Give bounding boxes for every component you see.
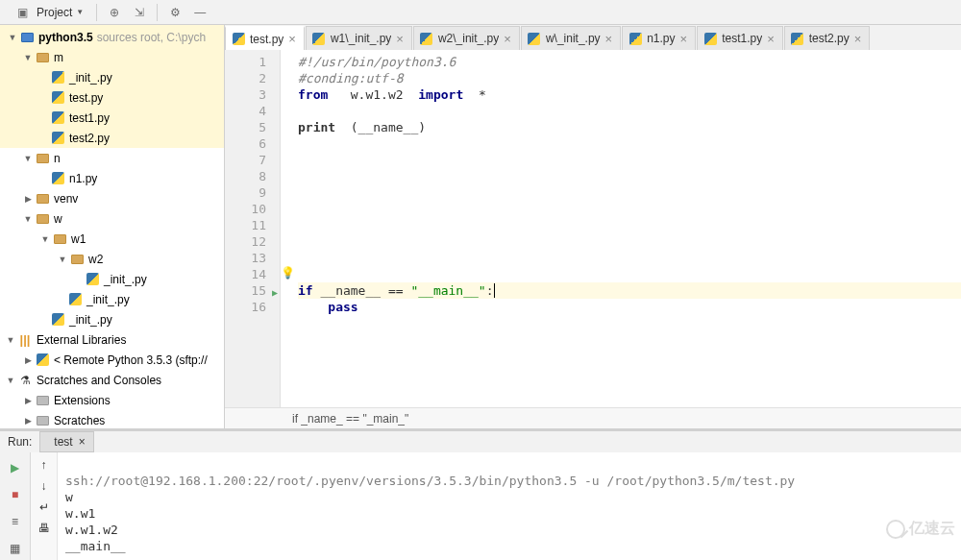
code-line: #!/usr/bin/poython3.6	[298, 55, 456, 69]
tab-test1[interactable]: test1.py×	[697, 26, 783, 50]
tree-file-test[interactable]: test.py	[0, 87, 224, 108]
code-kw: from	[298, 87, 328, 102]
tree-file-n1[interactable]: n1.py	[0, 168, 224, 188]
expand-icon[interactable]: ▶	[21, 355, 35, 365]
scratches-icon: ⚗	[17, 373, 33, 388]
close-icon[interactable]: ×	[767, 32, 775, 46]
console-line: w	[65, 490, 73, 504]
tree-file-test1[interactable]: test1.py	[0, 108, 224, 128]
tab-label: n1.py	[647, 32, 675, 45]
tab-n1[interactable]: n1.py×	[622, 26, 696, 50]
expand-icon[interactable]: ▶	[21, 416, 35, 426]
run-tab[interactable]: test ×	[39, 431, 93, 452]
close-icon[interactable]: ×	[79, 435, 86, 449]
tree-root[interactable]: ▼ python3.5 sources root, C:\pych	[0, 27, 224, 47]
folder-icon	[52, 231, 67, 247]
code-colon: :	[486, 283, 494, 298]
close-icon[interactable]: ×	[854, 32, 862, 46]
pause-icon[interactable]: ≡	[6, 512, 25, 531]
tab-label: test1.py	[722, 32, 762, 45]
expand-icon[interactable]: ▼	[21, 154, 35, 163]
tree-folder-m[interactable]: ▼ m	[0, 47, 224, 67]
expand-icon[interactable]: ▼	[4, 376, 17, 385]
project-tree[interactable]: ▼ python3.5 sources root, C:\pych ▼ m _i…	[0, 25, 225, 428]
expand-icon[interactable]: ▶	[21, 396, 35, 405]
file-label: n1.py	[69, 172, 97, 185]
project-icon: ▣	[12, 2, 33, 23]
project-view-selector[interactable]: ▣ Project ▼	[6, 2, 89, 23]
settings-icon[interactable]: ⚙	[164, 2, 185, 23]
run-toolbar: ▶ ■ ≡ ▦	[0, 452, 31, 560]
tab-test2[interactable]: test2.py×	[784, 26, 871, 50]
close-icon[interactable]: ×	[288, 32, 296, 46]
expand-icon[interactable]: ▶	[21, 194, 35, 204]
collapse-all-icon[interactable]: ⇲	[129, 2, 150, 23]
down-icon[interactable]: ↓	[41, 479, 47, 493]
stop-icon[interactable]: ■	[6, 485, 25, 504]
line-gutter: 123456789101112131415▶16	[225, 50, 281, 407]
expand-icon[interactable]: ▼	[38, 234, 52, 244]
layout-icon[interactable]: ▦	[6, 539, 25, 558]
tab-w-init[interactable]: w\_init_.py×	[521, 26, 621, 50]
pyfile-icon	[50, 171, 65, 186]
close-icon[interactable]: ×	[680, 32, 688, 46]
code-editor[interactable]: 123456789101112131415▶16 #!/usr/bin/poyt…	[225, 50, 961, 407]
expand-icon[interactable]: ▼	[6, 33, 19, 42]
locate-icon[interactable]: ⊕	[104, 2, 125, 23]
code-star: *	[479, 87, 486, 102]
print-icon[interactable]: 🖶	[38, 522, 50, 535]
tree-scratches[interactable]: ▼ ⚗ Scratches and Consoles	[0, 370, 224, 390]
code-content[interactable]: #!/usr/bin/poython3.6 #conding:utf-8 fro…	[281, 50, 961, 407]
code-kw: if	[298, 283, 313, 298]
folder-label: w	[54, 212, 62, 226]
tree-file-w1-init[interactable]: _init_.py	[0, 289, 224, 309]
up-icon[interactable]: ↑	[41, 458, 47, 472]
tree-folder-w[interactable]: ▼ w	[0, 208, 224, 229]
close-icon[interactable]: ×	[605, 32, 613, 46]
hide-icon[interactable]: —	[189, 2, 210, 23]
folder-icon	[35, 191, 50, 207]
tab-test[interactable]: test.py×	[225, 26, 305, 50]
tree-scratches2[interactable]: ▶ Scratches	[0, 410, 224, 428]
pyfile-icon	[703, 32, 717, 45]
expand-icon[interactable]: ▼	[4, 335, 17, 345]
pyfile-icon	[50, 70, 65, 85]
run-title: Run:	[8, 435, 32, 449]
tree-file-w2-init[interactable]: _init_.py	[0, 269, 224, 289]
file-label: test2.py	[69, 132, 110, 145]
pyfile-icon	[85, 272, 100, 287]
close-icon[interactable]: ×	[396, 32, 404, 46]
tree-file-w-init[interactable]: _init_.py	[0, 309, 224, 329]
tree-folder-venv[interactable]: ▶ venv	[0, 188, 224, 208]
folder-icon	[35, 211, 50, 227]
tab-label: test.py	[250, 33, 283, 46]
tab-w2-init[interactable]: w2\_init_.py×	[413, 26, 520, 50]
tree-file-test2[interactable]: test2.py	[0, 128, 224, 148]
expand-icon[interactable]: ▼	[56, 255, 69, 264]
lightbulb-icon[interactable]: 💡	[281, 266, 295, 280]
rerun-icon[interactable]: ▶	[6, 458, 25, 477]
tab-w1-init[interactable]: w1\_init_.py×	[306, 26, 412, 50]
tree-folder-n[interactable]: ▼ n	[0, 148, 224, 168]
file-label: _init_.py	[86, 293, 130, 306]
close-icon[interactable]: ×	[504, 32, 511, 46]
wrap-icon[interactable]: ↵	[39, 500, 49, 514]
expand-icon[interactable]: ▼	[21, 53, 35, 62]
pyfile-icon	[50, 110, 65, 126]
breadcrumb[interactable]: if _name_ == "_main_"	[225, 407, 961, 428]
expand-icon[interactable]: ▼	[21, 214, 35, 224]
code-kw: import	[418, 87, 463, 102]
pyfile-icon	[628, 32, 642, 45]
tree-folder-w2[interactable]: ▼ w2	[0, 249, 224, 269]
tree-remote[interactable]: ▶ < Remote Python 3.5.3 (sftp://	[0, 350, 224, 370]
folder-icon	[19, 30, 35, 45]
console-output[interactable]: ssh://root@192.168.1.200:22/root/.pyenv/…	[58, 452, 961, 560]
code-module: w.w1.w2	[351, 87, 404, 102]
tree-extensions[interactable]: ▶ Extensions	[0, 390, 224, 410]
tree-ext-lib[interactable]: ▼ ||| External Libraries	[0, 329, 224, 350]
console-line: w.w1	[65, 506, 95, 521]
code-line: #conding:utf-8	[298, 71, 404, 85]
tree-folder-w1[interactable]: ▼ w1	[0, 229, 224, 249]
tree-file-init[interactable]: _init_.py	[0, 67, 224, 87]
run-arrow-icon[interactable]: ▶	[272, 284, 278, 301]
